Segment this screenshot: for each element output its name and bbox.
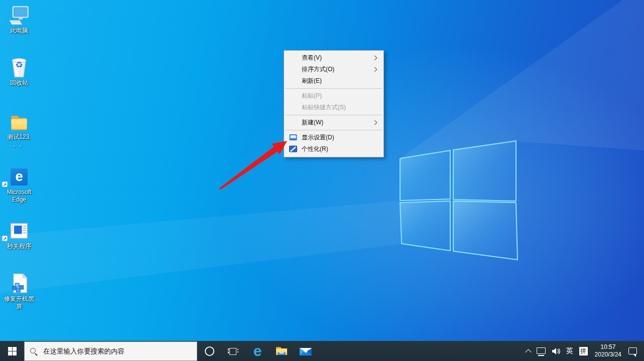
menu-item-label: 刷新(E) xyxy=(302,77,322,85)
this-pc-icon xyxy=(8,5,30,27)
search-input[interactable] xyxy=(42,347,192,355)
task-view-icon xyxy=(228,347,239,355)
shortcut-arrow-icon: ↗ xyxy=(2,182,8,187)
tray-ime-mode-indicator[interactable]: 拼 xyxy=(576,341,591,361)
menu-item-paste: 粘贴(P) xyxy=(284,90,383,102)
tray-show-hidden-icons-button[interactable] xyxy=(523,341,534,361)
menu-item-new[interactable]: 新建(W) xyxy=(284,117,383,128)
edge-icon: e xyxy=(11,168,28,186)
personalization-icon xyxy=(289,145,297,153)
menu-item-personalize[interactable]: 个性化(R) xyxy=(284,143,383,155)
windows-desktop: 此电脑 ♻ 回收站 测试123. 。。 e ↗ Microsoft xyxy=(0,0,644,361)
submenu-chevron-icon xyxy=(372,56,377,61)
menu-item-refresh[interactable]: 刷新(E) xyxy=(284,75,383,87)
tray-clock[interactable]: 10:57 2020/3/24 xyxy=(591,341,625,361)
tray-volume-button[interactable] xyxy=(549,341,563,361)
menu-item-sort-by[interactable]: 排序方式(O) xyxy=(284,64,383,75)
action-center-button[interactable] xyxy=(625,341,643,361)
speaker-icon xyxy=(552,347,560,355)
desktop-icon-label: Microsoft xyxy=(0,189,38,196)
windows-start-icon xyxy=(8,347,17,355)
chevron-up-icon xyxy=(525,349,532,355)
desktop-icon-label: 秒关程序 xyxy=(0,243,38,250)
file-explorer-icon xyxy=(275,345,288,356)
desktop-icon-this-pc[interactable]: 此电脑 xyxy=(0,4,38,35)
start-button[interactable] xyxy=(0,341,24,361)
recycle-symbol-icon: ♻ xyxy=(0,61,38,69)
network-icon xyxy=(537,347,546,354)
menu-item-label: 个性化(R) xyxy=(302,145,328,153)
desktop-icon-label-line2: Edge xyxy=(0,196,38,204)
menu-item-paste-shortcut: 粘贴快捷方式(S) xyxy=(284,102,383,113)
menu-item-label: 排序方式(O) xyxy=(302,65,334,74)
menu-item-label: 粘贴(P) xyxy=(302,92,322,100)
menu-item-label: 粘贴快捷方式(S) xyxy=(302,103,346,112)
file-explorer-button[interactable] xyxy=(270,341,294,361)
search-icon xyxy=(30,347,38,355)
menu-separator xyxy=(285,115,382,115)
windows-logo-wallpaper-icon xyxy=(392,133,527,268)
desktop-icon-fix-black-screen[interactable]: 修复开机黑 屏 xyxy=(0,272,38,310)
desktop-icon-label-line2: 。。 xyxy=(0,141,38,148)
desktop-icon-label: 回收站 xyxy=(0,79,38,87)
desktop-icon-label: 修复开机黑 xyxy=(0,295,38,303)
menu-item-display-settings[interactable]: 显示设置(D) xyxy=(284,132,383,143)
action-center-icon xyxy=(628,347,637,354)
cortana-icon xyxy=(205,346,214,356)
taskbar-search-box[interactable] xyxy=(24,341,197,361)
system-tray: 英 拼 10:57 2020/3/24 xyxy=(523,341,644,361)
cortana-button[interactable] xyxy=(197,341,221,361)
menu-item-label: 查看(V) xyxy=(302,54,322,62)
desktop-icon-microsoft-edge[interactable]: e ↗ Microsoft Edge xyxy=(0,165,38,204)
menu-item-view[interactable]: 查看(V) xyxy=(284,52,383,64)
submenu-chevron-icon xyxy=(372,120,377,125)
submenu-chevron-icon xyxy=(372,67,377,72)
display-settings-icon xyxy=(289,134,297,141)
desktop-icon-test-folder[interactable]: 测试123. 。。 xyxy=(0,110,38,148)
tray-language-indicator[interactable]: 英 xyxy=(563,341,576,361)
tray-network-button[interactable] xyxy=(534,341,549,361)
desktop-context-menu: 查看(V) 排序方式(O) 刷新(E) 粘贴(P) 粘贴快捷方式(S) 新建(W… xyxy=(284,50,384,157)
menu-separator xyxy=(285,130,382,130)
registry-file-icon xyxy=(8,273,30,295)
ime-pinyin-icon: 拼 xyxy=(579,347,588,355)
desktop-icon-label-line2: 屏 xyxy=(0,303,38,310)
mail-button[interactable] xyxy=(294,341,318,361)
taskbar: e xyxy=(0,341,644,361)
desktop-icon-label: 此电脑 xyxy=(0,27,38,35)
desktop-icon-quick-close-app[interactable]: ↗ 秒关程序 xyxy=(0,220,38,250)
menu-separator xyxy=(285,88,382,89)
menu-item-label: 显示设置(D) xyxy=(302,133,334,142)
mail-icon xyxy=(299,346,312,356)
desktop-icon-recycle-bin[interactable]: ♻ 回收站 xyxy=(0,56,38,87)
tray-time: 10:57 xyxy=(595,343,621,351)
folder-icon xyxy=(8,111,30,132)
edge-taskbar-button[interactable]: e xyxy=(245,341,270,361)
edge-icon: e xyxy=(253,343,262,358)
task-view-button[interactable] xyxy=(221,341,245,361)
tray-date: 2020/3/24 xyxy=(595,351,621,358)
shortcut-arrow-icon: ↗ xyxy=(2,236,8,241)
desktop-icon-label: 测试123. xyxy=(0,133,38,141)
app-window-icon xyxy=(8,221,30,241)
menu-item-label: 新建(W) xyxy=(302,118,323,127)
